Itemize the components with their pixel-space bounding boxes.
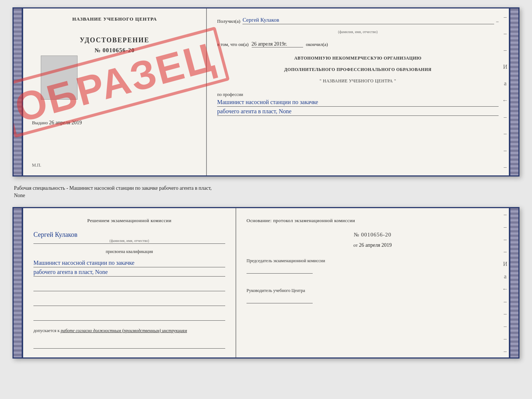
issued-date: 26 апреля 2019: [49, 120, 82, 125]
admission-value: работе согласно должностным (производств…: [61, 328, 187, 333]
blank-line-4: [33, 340, 225, 349]
qualification-block: Машинист насосной станции по закачке раб…: [33, 258, 225, 277]
middle-text-block: Рабочая специальность - Машинист насосно…: [12, 182, 520, 201]
admission-block: допускается к работе согласно должностны…: [33, 327, 225, 334]
bottom-person-name: Сергей Кулаков: [33, 231, 225, 239]
profession-label: по профессии: [217, 92, 243, 97]
cert-left-panel: НАЗВАНИЕ УЧЕБНОГО ЦЕНТРА УДОСТОВЕРЕНИЕ №…: [23, 8, 207, 175]
protocol-date-value: 26 апреля 2019: [359, 242, 392, 248]
profession-block: по профессии Машинист насосной станции п…: [217, 91, 499, 116]
binding-left-top: [14, 8, 22, 175]
basis-label: Основание: протокол экзаменационной коми…: [247, 217, 499, 224]
bottom-right-panel: Основание: протокол экзаменационной коми…: [236, 208, 509, 357]
finished-label: окончил(а): [306, 42, 328, 47]
date-value: 26 апреля 2019г.: [252, 41, 303, 47]
received-name: Сергей Кулаков: [242, 17, 279, 23]
protocol-number: № 0010656-20: [247, 232, 499, 238]
chairman-label: Председатель экзаменационной комиссии: [247, 258, 325, 263]
blank-line-2: [33, 297, 225, 306]
head-block: Руководитель учебного Центра: [247, 287, 499, 303]
bottom-document: Решением экзаменационной комиссии Сергей…: [12, 207, 520, 359]
blank-line-1: [33, 282, 225, 291]
admission-label: допускается к: [33, 328, 60, 333]
side-dashes-bottom: – – – – И а ← – – – – –: [502, 208, 509, 357]
date-label: в том, что он(а): [217, 42, 249, 47]
head-signature-line: [247, 296, 313, 303]
org-line3: " НАЗВАНИЕ УЧЕБНОГО ЦЕНТРА ": [217, 78, 499, 85]
qualification-line1: Машинист насосной станции по закачке: [33, 260, 225, 267]
middle-text-line2: None: [14, 192, 518, 199]
bottom-name-sublabel: (фамилия, имя, отчество): [33, 239, 225, 243]
cert-label: УДОСТОВЕРЕНИЕ: [80, 36, 150, 44]
cert-issued-block: Выдано 26 апреля 2019: [32, 120, 197, 126]
cert-photo: [41, 56, 78, 100]
binding-left-bottom: [14, 208, 22, 357]
qualification-line2: рабочего агента в пласт, None: [33, 269, 225, 277]
bottom-name-field: Сергей Кулаков (фамилия, имя, отчество): [33, 231, 225, 244]
middle-text-line1: Рабочая специальность - Машинист насосно…: [14, 185, 518, 192]
binding-right-top: [510, 8, 518, 175]
protocol-date: от 26 апреля 2019: [247, 242, 499, 248]
issued-label: Выдано: [32, 120, 48, 125]
cert-school-name: НАЗВАНИЕ УЧЕБНОГО ЦЕНТРА: [32, 16, 197, 22]
date-prefix: от: [353, 242, 358, 248]
top-document: НАЗВАНИЕ УЧЕБНОГО ЦЕНТРА УДОСТОВЕРЕНИЕ №…: [12, 7, 520, 177]
org-line1: АВТОНОМНУЮ НЕКОММЕРЧЕСКУЮ ОРГАНИЗАЦИЮ: [217, 55, 499, 62]
org-line2: ДОПОЛНИТЕЛЬНОГО ПРОФЕССИОНАЛЬНОГО ОБРАЗО…: [217, 66, 499, 73]
cert-right-panel: Получил(а) Сергей Кулаков – (фамилия, им…: [207, 8, 509, 175]
side-dashes-top: – – – И а ← – – – –: [502, 8, 509, 175]
decision-title: Решением экзаменационной комиссии: [33, 217, 225, 224]
profession-line2: рабочего агента в пласт, None: [217, 108, 499, 116]
received-label: Получил(а): [217, 18, 240, 24]
chairman-signature-line: [247, 266, 313, 274]
blank-line-3: [33, 312, 225, 321]
profession-line1: Машинист насосной станции по закачке: [217, 99, 499, 107]
chairman-block: Председатель экзаменационной комиссии: [247, 257, 499, 274]
name-sublabel-top: (фамилия, имя, отчество): [338, 30, 378, 34]
mp-label: М.П.: [32, 163, 197, 168]
assigned-label: присвоена квалификация: [33, 249, 225, 254]
binding-right-bottom: [510, 208, 518, 357]
bottom-left-panel: Решением экзаменационной комиссии Сергей…: [23, 208, 236, 357]
cert-number: № 0010656-20: [94, 47, 134, 54]
head-label: Руководитель учебного Центра: [247, 288, 305, 293]
